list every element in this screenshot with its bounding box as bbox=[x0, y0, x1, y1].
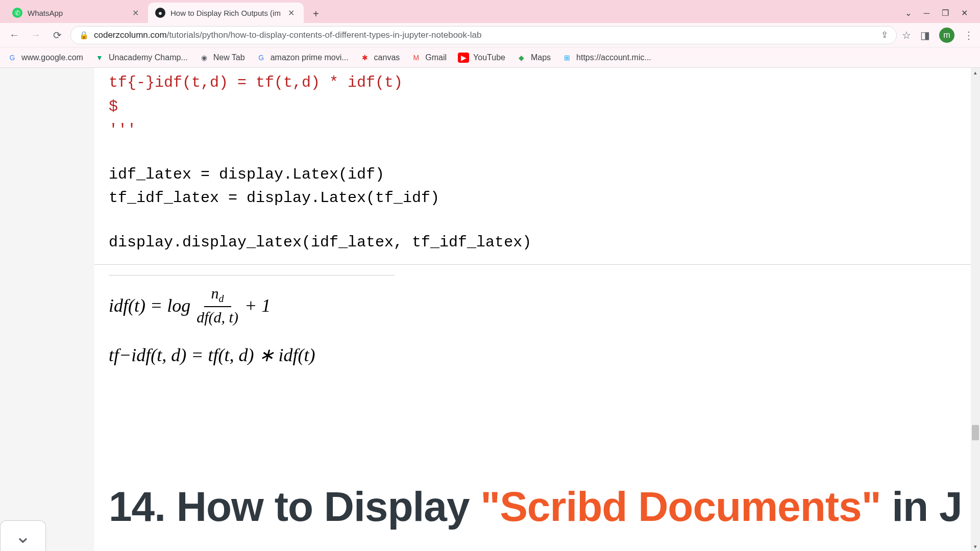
profile-avatar[interactable]: m bbox=[939, 28, 954, 43]
share-icon[interactable]: ⇪ bbox=[881, 30, 888, 40]
forward-button[interactable]: → bbox=[28, 27, 44, 43]
microsoft-icon: ⊞ bbox=[562, 53, 572, 63]
scroll-thumb[interactable] bbox=[972, 425, 979, 440]
google-icon: G bbox=[7, 53, 17, 63]
url-text: coderzcolumn.com/tutorials/python/how-to… bbox=[94, 30, 876, 40]
tab-current[interactable]: ● How to Display Rich Outputs (im ✕ bbox=[148, 3, 304, 23]
tab-title: How to Display Rich Outputs (im bbox=[170, 9, 281, 17]
bookmark-gmail[interactable]: MGmail bbox=[411, 53, 447, 63]
address-bar[interactable]: 🔒 coderzcolumn.com/tutorials/python/how-… bbox=[70, 26, 897, 44]
back-button[interactable]: ← bbox=[6, 27, 22, 43]
browser-titlebar: ✆ WhatsApp ✕ ● How to Display Rich Outpu… bbox=[0, 0, 980, 23]
google-icon: G bbox=[256, 53, 266, 63]
close-icon[interactable]: ✕ bbox=[130, 6, 141, 20]
side-panel-icon[interactable]: ◨ bbox=[920, 29, 930, 41]
chevron-down-icon[interactable]: ⌄ bbox=[905, 8, 912, 18]
scroll-up-icon[interactable]: ▴ bbox=[971, 68, 980, 77]
bookmark-microsoft[interactable]: ⊞https://account.mic... bbox=[562, 53, 651, 63]
collapse-button[interactable]: ⌄ bbox=[0, 520, 46, 551]
minimize-icon[interactable]: ─ bbox=[924, 9, 929, 18]
bookmark-youtube[interactable]: ▶YouTube bbox=[458, 53, 505, 63]
youtube-icon: ▶ bbox=[458, 53, 469, 63]
close-window-icon[interactable]: ✕ bbox=[961, 8, 968, 18]
menu-icon[interactable]: ⋮ bbox=[964, 29, 974, 41]
whatsapp-icon: ✆ bbox=[12, 8, 22, 18]
bookmarks-bar: Gwww.google.com ▼Unacademy Champ... ◉New… bbox=[0, 47, 980, 68]
chevron-down-icon: ⌄ bbox=[15, 525, 31, 547]
code-line: display.display_latex(idf_latex, tf_idf_… bbox=[109, 231, 980, 255]
vertical-scrollbar[interactable]: ▴ ▾ bbox=[971, 68, 980, 551]
output-cell: idf(t) = log nd df(d, t) + 1 tf−idf(t, d… bbox=[94, 265, 980, 396]
bookmark-newtab[interactable]: ◉New Tab bbox=[199, 53, 245, 63]
tab-title: WhatsApp bbox=[28, 9, 125, 17]
formula-idf: idf(t) = log nd df(d, t) + 1 bbox=[109, 275, 395, 326]
bookmark-star-icon[interactable]: ☆ bbox=[902, 29, 911, 41]
page-content: tf{-}idf(t,d) = tf(t,d) * idf(t) $ ''' i… bbox=[0, 68, 980, 551]
toolbar-actions: ☆ ◨ m ⋮ bbox=[902, 28, 974, 43]
close-icon[interactable]: ✕ bbox=[286, 6, 297, 20]
code-line: ''' bbox=[109, 118, 980, 142]
maximize-icon[interactable]: ❐ bbox=[942, 8, 949, 18]
gmail-icon: M bbox=[411, 53, 421, 63]
tab-strip: ✆ WhatsApp ✕ ● How to Display Rich Outpu… bbox=[0, 0, 325, 23]
article-body: tf{-}idf(t,d) = tf(t,d) * idf(t) $ ''' i… bbox=[94, 68, 980, 551]
reload-button[interactable]: ⟳ bbox=[49, 27, 65, 43]
code-cell: tf{-}idf(t,d) = tf(t,d) * idf(t) $ ''' i… bbox=[94, 68, 980, 265]
bookmark-maps[interactable]: ◆Maps bbox=[517, 53, 551, 63]
code-line: tf{-}idf(t,d) = tf(t,d) * idf(t) bbox=[109, 71, 980, 95]
unacademy-icon: ▼ bbox=[94, 53, 105, 63]
code-line: tf_idf_latex = display.Latex(tf_idf) bbox=[109, 186, 980, 210]
lock-icon: 🔒 bbox=[79, 31, 89, 40]
fraction: nd df(d, t) bbox=[197, 285, 238, 326]
bookmark-google[interactable]: Gwww.google.com bbox=[7, 53, 83, 63]
canvas-icon: ✱ bbox=[360, 53, 370, 63]
scroll-down-icon[interactable]: ▾ bbox=[971, 542, 980, 551]
browser-toolbar: ← → ⟳ 🔒 coderzcolumn.com/tutorials/pytho… bbox=[0, 23, 980, 47]
formula-tfidf: tf−idf(t, d) = tf(t, d) ∗ idf(t) bbox=[109, 344, 966, 366]
code-line: $ bbox=[109, 95, 980, 119]
section-heading: 14. How to Display "Scribd Documents" in… bbox=[109, 483, 980, 531]
tab-whatsapp[interactable]: ✆ WhatsApp ✕ bbox=[5, 3, 148, 23]
new-tab-button[interactable]: + bbox=[307, 5, 325, 23]
bookmark-amazon[interactable]: Gamazon prime movi... bbox=[256, 53, 349, 63]
site-icon: ● bbox=[155, 8, 165, 18]
bookmark-canvas[interactable]: ✱canvas bbox=[360, 53, 400, 63]
code-line: idf_latex = display.Latex(idf) bbox=[109, 163, 980, 187]
maps-icon: ◆ bbox=[517, 53, 527, 63]
window-controls: ⌄ ─ ❐ ✕ bbox=[905, 8, 980, 23]
bookmark-unacademy[interactable]: ▼Unacademy Champ... bbox=[94, 53, 188, 63]
globe-icon: ◉ bbox=[199, 53, 209, 63]
